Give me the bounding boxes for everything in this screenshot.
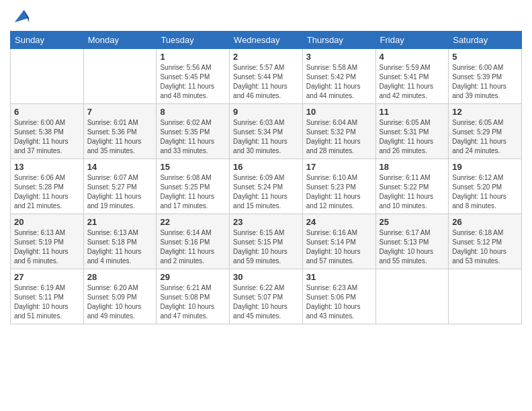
weekday-header: Sunday	[11, 32, 84, 49]
day-info: Sunrise: 6:23 AM Sunset: 5:06 PM Dayligh…	[306, 283, 372, 321]
calendar-cell: 15Sunrise: 6:08 AM Sunset: 5:25 PM Dayli…	[157, 159, 230, 214]
day-info: Sunrise: 6:22 AM Sunset: 5:07 PM Dayligh…	[233, 283, 299, 321]
calendar-cell: 27Sunrise: 6:19 AM Sunset: 5:11 PM Dayli…	[11, 269, 84, 324]
calendar-table: SundayMondayTuesdayWednesdayThursdayFrid…	[10, 31, 522, 324]
day-info: Sunrise: 6:18 AM Sunset: 5:12 PM Dayligh…	[452, 228, 518, 266]
day-number: 30	[233, 272, 299, 282]
day-number: 25	[380, 217, 445, 227]
weekday-header: Wednesday	[230, 32, 303, 49]
weekday-header: Tuesday	[157, 32, 230, 49]
weekday-header: Saturday	[449, 32, 522, 49]
day-info: Sunrise: 6:00 AM Sunset: 5:39 PM Dayligh…	[452, 63, 518, 101]
calendar-cell	[11, 49, 84, 104]
calendar-week-row: 13Sunrise: 6:06 AM Sunset: 5:28 PM Dayli…	[11, 159, 522, 214]
day-number: 22	[160, 217, 226, 227]
calendar-cell	[83, 49, 157, 104]
day-info: Sunrise: 6:05 AM Sunset: 5:31 PM Dayligh…	[380, 118, 445, 156]
calendar-cell: 10Sunrise: 6:04 AM Sunset: 5:32 PM Dayli…	[302, 104, 375, 159]
day-info: Sunrise: 6:01 AM Sunset: 5:36 PM Dayligh…	[87, 118, 153, 156]
calendar-cell: 19Sunrise: 6:12 AM Sunset: 5:20 PM Dayli…	[449, 159, 522, 214]
calendar-cell: 16Sunrise: 6:09 AM Sunset: 5:24 PM Dayli…	[230, 159, 303, 214]
calendar-cell: 12Sunrise: 6:05 AM Sunset: 5:29 PM Dayli…	[449, 104, 522, 159]
calendar-header-row: SundayMondayTuesdayWednesdayThursdayFrid…	[11, 32, 522, 49]
day-info: Sunrise: 6:12 AM Sunset: 5:20 PM Dayligh…	[452, 173, 518, 211]
calendar-cell: 11Sunrise: 6:05 AM Sunset: 5:31 PM Dayli…	[375, 104, 449, 159]
day-info: Sunrise: 6:21 AM Sunset: 5:08 PM Dayligh…	[160, 283, 226, 321]
day-info: Sunrise: 6:13 AM Sunset: 5:19 PM Dayligh…	[14, 228, 80, 266]
day-number: 27	[14, 272, 80, 282]
calendar-cell: 25Sunrise: 6:17 AM Sunset: 5:13 PM Dayli…	[375, 214, 449, 269]
day-number: 31	[306, 272, 372, 282]
day-info: Sunrise: 6:06 AM Sunset: 5:28 PM Dayligh…	[14, 173, 80, 211]
day-info: Sunrise: 6:15 AM Sunset: 5:15 PM Dayligh…	[233, 228, 299, 266]
day-number: 21	[87, 217, 153, 227]
day-info: Sunrise: 6:11 AM Sunset: 5:22 PM Dayligh…	[380, 173, 445, 211]
day-number: 24	[306, 217, 372, 227]
day-number: 15	[160, 162, 226, 172]
calendar-cell: 21Sunrise: 6:13 AM Sunset: 5:18 PM Dayli…	[83, 214, 157, 269]
calendar-cell: 13Sunrise: 6:06 AM Sunset: 5:28 PM Dayli…	[11, 159, 84, 214]
day-info: Sunrise: 6:09 AM Sunset: 5:24 PM Dayligh…	[233, 173, 299, 211]
day-info: Sunrise: 6:07 AM Sunset: 5:27 PM Dayligh…	[87, 173, 153, 211]
calendar-cell: 23Sunrise: 6:15 AM Sunset: 5:15 PM Dayli…	[230, 214, 303, 269]
day-number: 7	[87, 107, 153, 117]
day-number: 13	[14, 162, 80, 172]
page: SundayMondayTuesdayWednesdayThursdayFrid…	[0, 0, 532, 411]
day-info: Sunrise: 5:59 AM Sunset: 5:41 PM Dayligh…	[380, 63, 445, 101]
calendar-cell: 26Sunrise: 6:18 AM Sunset: 5:12 PM Dayli…	[449, 214, 522, 269]
day-number: 17	[306, 162, 372, 172]
calendar-cell: 17Sunrise: 6:10 AM Sunset: 5:23 PM Dayli…	[302, 159, 375, 214]
calendar-cell: 31Sunrise: 6:23 AM Sunset: 5:06 PM Dayli…	[302, 269, 375, 324]
weekday-header: Thursday	[302, 32, 375, 49]
day-info: Sunrise: 6:13 AM Sunset: 5:18 PM Dayligh…	[87, 228, 153, 266]
calendar-week-row: 1Sunrise: 5:56 AM Sunset: 5:45 PM Daylig…	[11, 49, 522, 104]
day-info: Sunrise: 5:57 AM Sunset: 5:44 PM Dayligh…	[233, 63, 299, 101]
day-info: Sunrise: 6:03 AM Sunset: 5:34 PM Dayligh…	[233, 118, 299, 156]
day-number: 11	[380, 107, 445, 117]
header	[10, 7, 522, 26]
calendar-cell	[449, 269, 522, 324]
day-info: Sunrise: 6:05 AM Sunset: 5:29 PM Dayligh…	[452, 118, 518, 156]
calendar-cell	[375, 269, 449, 324]
calendar-cell: 24Sunrise: 6:16 AM Sunset: 5:14 PM Dayli…	[302, 214, 375, 269]
day-number: 4	[380, 52, 445, 62]
day-number: 19	[452, 162, 518, 172]
day-number: 9	[233, 107, 299, 117]
calendar-cell: 29Sunrise: 6:21 AM Sunset: 5:08 PM Dayli…	[157, 269, 230, 324]
day-number: 3	[306, 52, 372, 62]
weekday-header: Friday	[375, 32, 449, 49]
day-info: Sunrise: 6:20 AM Sunset: 5:09 PM Dayligh…	[87, 283, 153, 321]
calendar-cell: 1Sunrise: 5:56 AM Sunset: 5:45 PM Daylig…	[157, 49, 230, 104]
calendar-cell: 9Sunrise: 6:03 AM Sunset: 5:34 PM Daylig…	[230, 104, 303, 159]
calendar-cell: 5Sunrise: 6:00 AM Sunset: 5:39 PM Daylig…	[449, 49, 522, 104]
day-info: Sunrise: 6:08 AM Sunset: 5:25 PM Dayligh…	[160, 173, 226, 211]
day-number: 16	[233, 162, 299, 172]
calendar-cell: 22Sunrise: 6:14 AM Sunset: 5:16 PM Dayli…	[157, 214, 230, 269]
day-number: 26	[452, 217, 518, 227]
day-number: 2	[233, 52, 299, 62]
logo-icon	[11, 7, 30, 26]
day-info: Sunrise: 6:16 AM Sunset: 5:14 PM Dayligh…	[306, 228, 372, 266]
day-number: 14	[87, 162, 153, 172]
calendar-cell: 4Sunrise: 5:59 AM Sunset: 5:41 PM Daylig…	[375, 49, 449, 104]
calendar-cell: 2Sunrise: 5:57 AM Sunset: 5:44 PM Daylig…	[230, 49, 303, 104]
day-number: 20	[14, 217, 80, 227]
calendar-cell: 28Sunrise: 6:20 AM Sunset: 5:09 PM Dayli…	[83, 269, 157, 324]
calendar-cell: 30Sunrise: 6:22 AM Sunset: 5:07 PM Dayli…	[230, 269, 303, 324]
day-number: 1	[160, 52, 226, 62]
day-number: 12	[452, 107, 518, 117]
day-info: Sunrise: 6:14 AM Sunset: 5:16 PM Dayligh…	[160, 228, 226, 266]
day-number: 23	[233, 217, 299, 227]
day-info: Sunrise: 6:10 AM Sunset: 5:23 PM Dayligh…	[306, 173, 372, 211]
day-number: 5	[452, 52, 518, 62]
day-info: Sunrise: 5:58 AM Sunset: 5:42 PM Dayligh…	[306, 63, 372, 101]
calendar-cell: 14Sunrise: 6:07 AM Sunset: 5:27 PM Dayli…	[83, 159, 157, 214]
day-info: Sunrise: 6:00 AM Sunset: 5:38 PM Dayligh…	[14, 118, 80, 156]
calendar-cell: 3Sunrise: 5:58 AM Sunset: 5:42 PM Daylig…	[302, 49, 375, 104]
day-info: Sunrise: 6:02 AM Sunset: 5:35 PM Dayligh…	[160, 118, 226, 156]
day-info: Sunrise: 5:56 AM Sunset: 5:45 PM Dayligh…	[160, 63, 226, 101]
calendar-cell: 6Sunrise: 6:00 AM Sunset: 5:38 PM Daylig…	[11, 104, 84, 159]
day-info: Sunrise: 6:04 AM Sunset: 5:32 PM Dayligh…	[306, 118, 372, 156]
logo	[10, 7, 30, 26]
day-number: 8	[160, 107, 226, 117]
